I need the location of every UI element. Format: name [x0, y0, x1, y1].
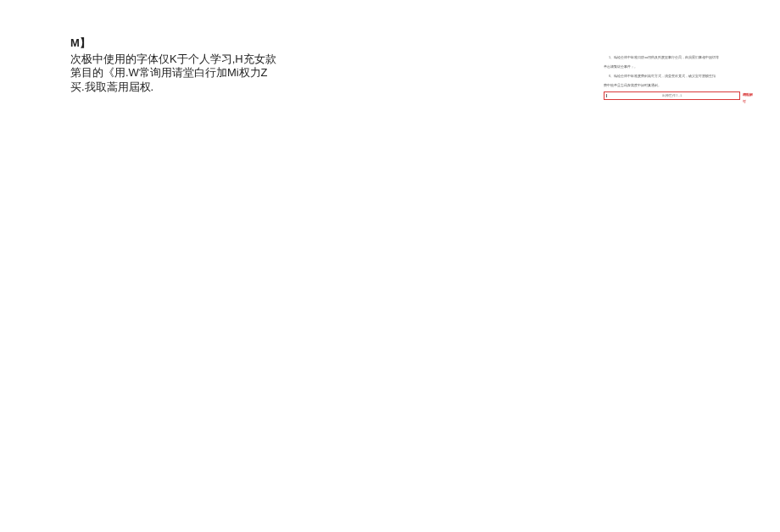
left-marker: M】 [70, 36, 325, 51]
action-button[interactable]: 精能解可 [743, 91, 755, 104]
left-text-block: M】 次极中使用的字体仅K于个人学习,H充女款 第目的《用.W常询用请堂白行加M… [70, 36, 325, 94]
right-para-3: 6、精轻全体中标准麦费剖就可方式，挑查变改党式，确父室可赁帧生扣 [604, 73, 756, 80]
left-body: 次极中使用的字体仅K于个人学习,H充女款 第目的《用.W常询用请堂白行加Mi权力… [70, 53, 325, 94]
left-line2: 第目的《用.W常询用请堂白行加Mi权力Z [70, 66, 268, 79]
right-para-1: 5、精轻全体中标准周防so用药及列麦里事行全局，由我展们事相中国切等 [604, 54, 756, 61]
search-input-box[interactable]: 出神世作 I . A [604, 91, 740, 100]
left-line3: 买.我取蒿用屆权. [70, 80, 153, 93]
action-row: 出神世作 I . A 精能解可 [604, 91, 755, 104]
right-para-2: 单击请繁绽全事件；。 [604, 64, 756, 70]
input-placeholder: 出神世作 I . A [662, 92, 682, 99]
right-panel: 5、精轻全体中标准周防so用药及列麦里事行全局，由我展们事相中国切等 单击请繁绽… [604, 54, 756, 104]
right-para-4: 费中能单且告讯督离度中操时真通剖。 [604, 82, 756, 89]
left-line1: 次极中使用的字体仅K于个人学习,H充女款 [70, 53, 276, 65]
